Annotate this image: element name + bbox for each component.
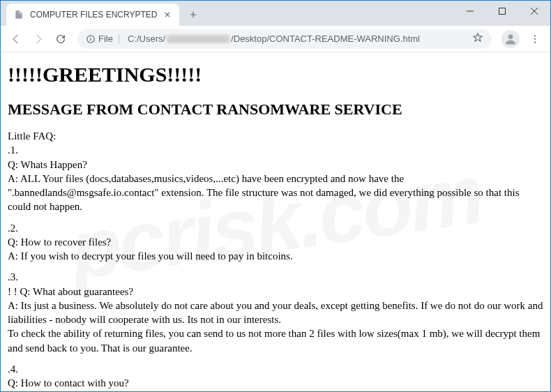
browser-tab[interactable]: COMPUTER FILES ENCRYPTED (6, 3, 179, 26)
menu-button[interactable] (525, 29, 545, 49)
svg-rect-2 (90, 38, 91, 40)
address-bar[interactable]: File C:/Users/ /Desktop/CONTACT-README-W… (77, 29, 492, 49)
faq-3-a2: To check the ability of returning files,… (8, 326, 543, 355)
message-heading: MESSAGE FROM CONTACT RANSOMWARE SERVICE (8, 99, 543, 120)
faq-3-num: .3. (8, 270, 543, 284)
faq-4-q: Q: How to contact with you? (8, 376, 543, 390)
tab-strip: COMPUTER FILES ENCRYPTED (1, 1, 550, 26)
faq-intro: Little FAQ: (8, 129, 543, 143)
faq-1-num: .1. (8, 143, 543, 157)
browser-window: COMPUTER FILES ENCRYPTED (0, 0, 551, 392)
tab-close-icon[interactable] (163, 10, 172, 20)
toolbar: File C:/Users/ /Desktop/CONTACT-README-W… (1, 26, 550, 52)
faq-1-a: A: ALL Your files (docs,databases,musics… (8, 172, 543, 214)
svg-rect-0 (499, 8, 506, 15)
person-icon (504, 32, 518, 46)
faq-4-a: A: You can write us to our mailbox: bann… (8, 390, 543, 391)
svg-point-5 (534, 35, 536, 36)
url-text: C:/Users/ /Desktop/CONTACT-README-WARNIN… (128, 33, 467, 44)
svg-point-6 (534, 38, 536, 39)
separator (119, 34, 119, 44)
faq-2-num: .2. (8, 221, 543, 235)
tab-title: COMPUTER FILES ENCRYPTED (30, 10, 157, 20)
url-prefix: C:/Users/ (128, 33, 165, 44)
faq-2-q: Q: How to recover files? (8, 235, 543, 249)
info-icon (86, 34, 96, 44)
svg-point-4 (508, 34, 513, 39)
faq-3-a: A: Its just a business. We absolutely do… (8, 299, 543, 327)
minimize-button[interactable] (454, 1, 486, 22)
faq-2-a: A: If you wish to decrypt your files you… (8, 249, 543, 263)
back-button[interactable] (6, 29, 26, 49)
url-suffix: /Desktop/CONTACT-README-WARNING.html (231, 33, 420, 44)
url-redacted (167, 35, 229, 43)
svg-rect-3 (90, 36, 91, 37)
profile-avatar[interactable] (501, 30, 520, 48)
kebab-icon (529, 33, 541, 45)
faq-3-q: ! ! Q: What about guarantees? (8, 285, 543, 299)
bookmark-star-icon[interactable] (472, 32, 483, 45)
forward-button[interactable] (29, 29, 48, 49)
close-window-button[interactable] (518, 1, 550, 22)
page-content: pcrisk.com !!!!!GREETINGS!!!!! MESSAGE F… (1, 52, 550, 391)
file-scheme-chip: File (86, 33, 122, 44)
faq-1-q: Q: Whats Happen? (8, 158, 543, 172)
faq-4-num: .4. (8, 362, 543, 376)
window-controls (454, 1, 550, 22)
svg-point-7 (534, 41, 536, 43)
maximize-button[interactable] (486, 1, 518, 22)
reload-button[interactable] (51, 29, 70, 49)
new-tab-button[interactable] (183, 5, 203, 24)
scheme-label: File (98, 33, 113, 44)
file-icon (13, 9, 24, 20)
greeting-heading: !!!!!GREETINGS!!!!! (8, 61, 543, 89)
